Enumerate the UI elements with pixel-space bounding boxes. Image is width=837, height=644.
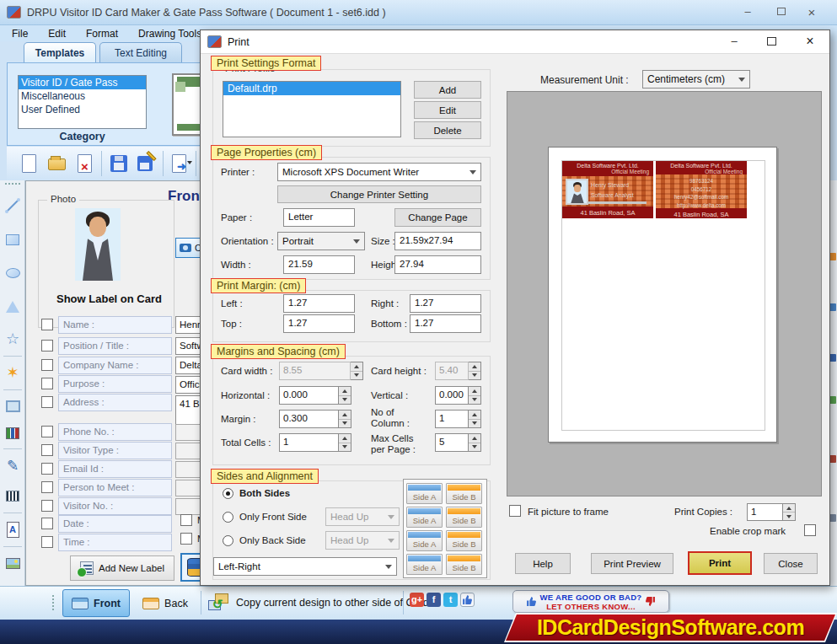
margin-spinner[interactable]: 0.300: [279, 410, 351, 428]
checkbox-time[interactable]: [41, 536, 53, 548]
label-field-purpose[interactable]: Purpose :: [58, 375, 172, 393]
open-folder-icon[interactable]: [46, 153, 68, 174]
close-button[interactable]: Close: [764, 553, 818, 574]
label-field-time[interactable]: Time :: [58, 534, 172, 551]
print-preview-button[interactable]: Print Preview: [591, 553, 673, 574]
no-of-column-spinner[interactable]: 1: [435, 410, 481, 428]
checkbox-visitor-type[interactable]: [41, 444, 53, 456]
edit-button[interactable]: Edit: [414, 101, 481, 119]
label-field-visitor-no[interactable]: Visitor No. :: [58, 497, 172, 515]
save-as-icon[interactable]: [136, 153, 158, 174]
help-button[interactable]: Help: [515, 553, 571, 574]
menu-format[interactable]: Format: [86, 28, 118, 40]
checkbox-date[interactable]: [41, 518, 53, 529]
partial-checkbox[interactable]: [180, 514, 192, 526]
print-profile-list[interactable]: Default.drp: [223, 81, 401, 137]
checkbox-person-to-meet[interactable]: [41, 481, 53, 493]
side-b-button[interactable]: Side B: [446, 554, 482, 575]
app-maximize-icon[interactable]: [777, 8, 786, 15]
horizontal-spinner[interactable]: 0.000: [279, 386, 351, 405]
side-b-button[interactable]: Side B: [446, 530, 482, 551]
fit-picture-checkbox[interactable]: [509, 505, 521, 517]
vertical-spinner[interactable]: 0.000: [435, 386, 481, 405]
card-height-spinner[interactable]: 5.40: [435, 362, 481, 380]
margin-top-field[interactable]: 1.27: [283, 314, 355, 333]
label-field-position[interactable]: Position / Title :: [58, 337, 172, 355]
add-button[interactable]: Add: [414, 81, 481, 99]
right-tool-icon[interactable]: [829, 514, 836, 522]
margin-left-field[interactable]: 1.27: [283, 294, 355, 313]
category-list[interactable]: Visitor ID / Gate Pass Miscellaneous Use…: [18, 75, 147, 129]
right-tool-icon[interactable]: [829, 303, 836, 311]
measurement-unit-combobox[interactable]: Centimeters (cm): [642, 70, 750, 89]
signature-pen-icon[interactable]: ✎: [3, 455, 23, 475]
export-icon[interactable]: ➜: [169, 153, 190, 174]
label-field-visitor-type[interactable]: Visitor Type :: [58, 442, 172, 459]
twitter-icon[interactable]: t: [443, 593, 458, 607]
line-tool-icon[interactable]: [3, 196, 23, 216]
facebook-icon[interactable]: f: [427, 593, 441, 607]
checkbox-purpose[interactable]: [41, 378, 53, 389]
dialog-minimize-icon[interactable]: –: [722, 35, 747, 47]
checkbox-visitor-no[interactable]: [41, 500, 53, 512]
rectangle-tool-icon[interactable]: [3, 229, 23, 250]
library-books-icon[interactable]: [3, 423, 23, 443]
print-copies-spinner[interactable]: 1: [747, 503, 796, 521]
dialog-close-icon[interactable]: ×: [797, 34, 823, 49]
dialog-maximize-icon[interactable]: [767, 37, 776, 46]
checkbox-name[interactable]: [41, 319, 53, 330]
new-document-icon[interactable]: [19, 153, 40, 174]
starburst-tool-icon[interactable]: ✶: [3, 362, 23, 383]
side-b-button[interactable]: Side B: [446, 507, 482, 528]
change-page-button[interactable]: Change Page: [394, 208, 481, 227]
height-field[interactable]: 27.94: [394, 255, 481, 274]
front-side-button[interactable]: Front: [62, 589, 130, 617]
save-icon[interactable]: [108, 153, 130, 174]
right-tool-icon[interactable]: [829, 354, 836, 362]
app-close-icon[interactable]: ×: [799, 5, 824, 19]
margin-bottom-field[interactable]: 1.27: [410, 314, 481, 333]
label-field-address[interactable]: Address :: [58, 394, 172, 411]
text-document-icon[interactable]: A: [3, 519, 23, 539]
radio-only-back-side[interactable]: [223, 535, 233, 546]
like-share-icon[interactable]: [460, 593, 475, 607]
margin-right-field[interactable]: 1.27: [410, 294, 481, 313]
order-combobox[interactable]: Left-Right: [213, 557, 397, 576]
side-a-button[interactable]: Side A: [406, 530, 443, 551]
side-b-button[interactable]: Side B: [446, 483, 482, 504]
copy-design-icon[interactable]: ↺: [207, 592, 231, 614]
checkbox-email[interactable]: [41, 463, 53, 475]
menu-file[interactable]: File: [12, 28, 28, 40]
barcode-icon[interactable]: [3, 486, 23, 506]
tab-text-editing[interactable]: Text Editing: [99, 42, 182, 62]
tab-templates[interactable]: Templates: [24, 42, 96, 62]
image-tool-icon[interactable]: [3, 553, 23, 573]
website-banner[interactable]: IDCardDesignSoftware.com: [504, 613, 837, 642]
crop-mark-checkbox[interactable]: [804, 524, 816, 536]
checkbox-position[interactable]: [41, 340, 53, 352]
triangle-tool-icon[interactable]: [3, 297, 23, 317]
checkbox-company[interactable]: [41, 359, 53, 371]
label-field-date[interactable]: Date :: [58, 515, 172, 533]
right-tool-icon[interactable]: [829, 455, 836, 463]
toolbar-handle[interactable]: [5, 183, 20, 186]
category-item[interactable]: User Defined: [19, 103, 146, 116]
card-width-spinner[interactable]: 8.55: [279, 362, 363, 380]
side-a-button[interactable]: Side A: [406, 507, 443, 528]
picture-frame-icon[interactable]: [3, 396, 23, 416]
star-tool-icon[interactable]: ☆: [3, 329, 23, 349]
label-field-phone[interactable]: Phone No. :: [58, 423, 172, 441]
label-field-person-to-meet[interactable]: Person to Meet :: [58, 479, 172, 496]
print-button[interactable]: Print: [688, 551, 752, 575]
width-field[interactable]: 21.59: [283, 255, 355, 274]
max-cells-spinner[interactable]: 5: [435, 433, 481, 452]
googleplus-icon[interactable]: g+: [410, 593, 424, 607]
label-field-email[interactable]: Email Id :: [58, 460, 172, 478]
ellipse-tool-icon[interactable]: [3, 263, 23, 283]
category-item[interactable]: Miscellaneous: [19, 89, 146, 103]
toolbar-handle[interactable]: [52, 595, 56, 610]
back-side-button[interactable]: Back: [135, 591, 196, 615]
size-field[interactable]: 21.59x27.94: [394, 232, 481, 250]
printer-combobox[interactable]: Microsoft XPS Document Writer: [277, 163, 481, 181]
radio-both-sides[interactable]: [223, 488, 233, 499]
